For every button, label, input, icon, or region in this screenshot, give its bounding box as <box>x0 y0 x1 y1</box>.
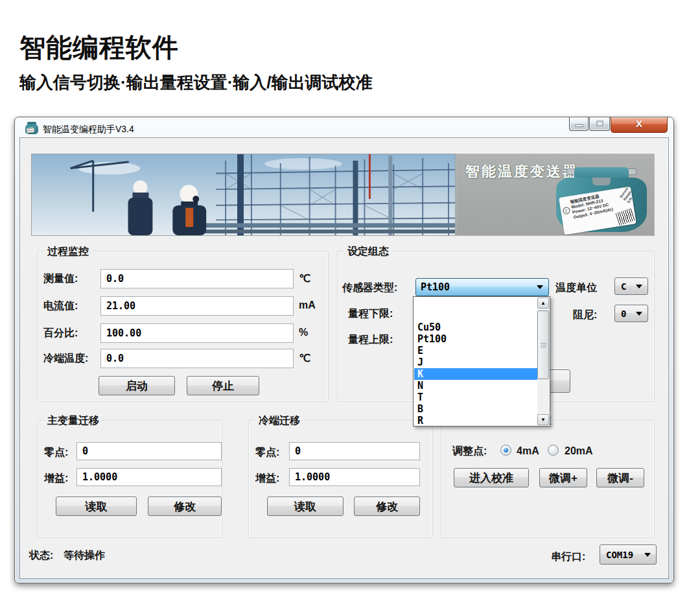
dropdown-item-j[interactable]: J <box>414 357 538 368</box>
page-title: 智能编程软件 <box>19 30 179 65</box>
chevron-down-icon <box>537 285 543 289</box>
product-image: E 智能温度变送器 Model: NHR-213 Power: 12~40V D… <box>552 167 651 235</box>
chevron-down-icon <box>636 285 642 288</box>
radio-4ma[interactable] <box>500 445 511 456</box>
cold-write-button[interactable]: 修改 <box>354 497 420 516</box>
dropdown-item[interactable] <box>414 298 538 310</box>
measure-value-field[interactable]: 0.0 <box>100 269 294 288</box>
sensor-type-value: Pt100 <box>416 281 537 293</box>
range-low-label: 量程下限: <box>348 307 393 321</box>
status-label: 状态: <box>29 549 53 563</box>
minimize-button[interactable] <box>569 117 589 131</box>
dropdown-item-e[interactable]: E <box>414 345 538 357</box>
measure-unit: ℃ <box>299 272 310 285</box>
serial-port-label: 串行口: <box>551 550 585 564</box>
cold-read-button[interactable]: 读取 <box>267 497 344 516</box>
stop-button[interactable]: 停止 <box>187 376 259 395</box>
config-title: 设定组态 <box>344 245 392 259</box>
product-logo: E <box>563 207 571 215</box>
primary-shift-title: 主变量迁移 <box>44 414 102 428</box>
cold-gain-field[interactable]: 1.0000 <box>289 468 420 486</box>
dropdown-item-t[interactable]: T <box>414 392 538 403</box>
primary-read-button[interactable]: 读取 <box>56 497 137 516</box>
percent-label: 百分比: <box>43 327 78 340</box>
range-high-label: 量程上限: <box>348 333 393 347</box>
radio-20ma[interactable] <box>548 445 559 456</box>
page-subtitle: 输入信号切换·输出量程设置·输入/输出调试校准 <box>19 71 373 94</box>
maximize-icon <box>596 121 603 126</box>
serial-port-combobox[interactable]: COM19 <box>600 544 657 565</box>
cold-shift-title: 冷端迁移 <box>255 414 303 428</box>
enter-calibration-button[interactable]: 进入校准 <box>454 468 529 487</box>
app-icon <box>25 122 39 135</box>
status-value: 等待操作 <box>64 549 105 563</box>
damping-combobox[interactable]: 0 <box>614 305 648 322</box>
chevron-down-icon <box>636 312 642 316</box>
sensor-type-label: 传感器类型: <box>342 281 397 295</box>
minimize-icon <box>575 124 583 127</box>
coldjunction-unit: ℃ <box>299 352 310 364</box>
dropdown-item-cu50[interactable]: Cu50 <box>414 322 538 333</box>
process-monitor-title: 过程监控 <box>44 245 92 259</box>
primary-zero-label: 零点: <box>44 446 68 460</box>
damping-label: 阻尼: <box>573 309 597 322</box>
radio-selected-dot <box>504 448 508 452</box>
current-value-field[interactable]: 21.00 <box>100 296 294 316</box>
cold-gain-label: 增益: <box>255 472 279 486</box>
coldjunction-label: 冷端温度: <box>43 352 88 366</box>
adjust-point-label: 调整点: <box>452 445 487 458</box>
barcode <box>616 208 636 226</box>
coldjunction-value-field[interactable]: 0.0 <box>100 349 294 368</box>
dropdown-item-n[interactable]: N <box>414 380 538 392</box>
start-button[interactable]: 启动 <box>99 376 175 395</box>
damping-value: 0 <box>615 309 636 319</box>
chevron-down-icon <box>644 553 651 557</box>
temp-unit-combobox[interactable]: C <box>614 277 648 295</box>
scroll-down-icon[interactable]: ▼ <box>537 414 549 425</box>
maximize-button[interactable] <box>589 117 610 131</box>
radio-4ma-label: 4mA <box>517 445 539 457</box>
page: 智能编程软件 输入信号切换·输出量程设置·输入/输出调试校准 智能温变编程助手V… <box>0 0 700 597</box>
current-unit: mA <box>299 299 316 311</box>
scroll-up-icon[interactable]: ▲ <box>537 298 549 309</box>
serial-port-value: COM19 <box>600 550 644 560</box>
temp-unit-value: C <box>615 281 636 292</box>
close-button[interactable]: X <box>611 117 668 133</box>
primary-gain-field[interactable]: 1.0000 <box>76 468 222 486</box>
dropdown-item-k-selected[interactable]: K <box>414 368 538 380</box>
current-label: 电流值: <box>43 299 78 313</box>
trim-minus-button[interactable]: 微调- <box>596 468 644 487</box>
dropdown-item-r[interactable]: R <box>414 415 538 427</box>
banner-photo <box>31 154 456 236</box>
scrollbar-thumb[interactable] <box>537 310 549 379</box>
close-icon: X <box>611 118 667 129</box>
measure-label: 测量值: <box>43 272 78 286</box>
window-title: 智能温变编程助手V3.4 <box>43 124 134 135</box>
primary-write-button[interactable]: 修改 <box>148 497 222 516</box>
sensor-type-dropdown-list[interactable]: Cu50 Pt100 E J K N T B R ▲ ▼ <box>413 296 550 427</box>
percent-unit: % <box>299 327 308 338</box>
cold-zero-field[interactable]: 0 <box>289 442 420 460</box>
temp-unit-label: 温度单位 <box>555 281 597 295</box>
primary-zero-field[interactable]: 0 <box>76 442 222 460</box>
cold-zero-label: 零点: <box>255 446 279 460</box>
dropdown-item[interactable] <box>414 310 538 322</box>
sensor-type-combobox[interactable]: Pt100 <box>415 278 549 296</box>
trim-plus-button[interactable]: 微调+ <box>539 468 587 487</box>
dropdown-item-b[interactable]: B <box>414 403 538 415</box>
percent-value-field[interactable]: 100.00 <box>100 323 294 343</box>
dropdown-scrollbar[interactable]: ▲ ▼ <box>537 298 549 425</box>
dropdown-item-pt100[interactable]: Pt100 <box>414 333 538 345</box>
radio-20ma-label: 20mA <box>565 445 593 457</box>
primary-gain-label: 增益: <box>44 472 68 486</box>
